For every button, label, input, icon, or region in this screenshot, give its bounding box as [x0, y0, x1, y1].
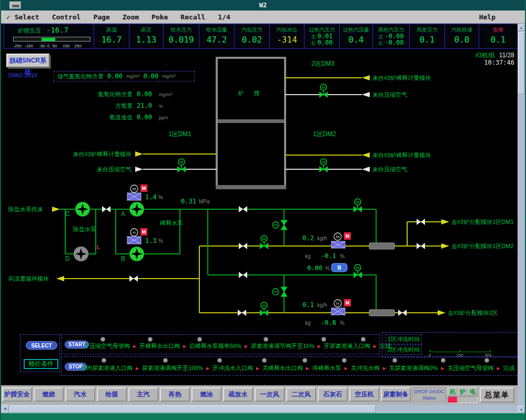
furnace-divider-band	[218, 119, 284, 123]
stop-step: 关闭尿素溶液入口阀	[80, 364, 142, 372]
actuator2-unit: %	[158, 238, 163, 244]
flue-nox-value-1: 0.00	[107, 73, 123, 80]
start-step: 尿素溶液调节阀开至15%	[251, 342, 324, 350]
nav-main-steam[interactable]: 主汽	[128, 387, 158, 402]
cell-label: 汽包压力	[241, 26, 262, 34]
flow1-deviation-unit: %	[340, 253, 345, 259]
menu-control[interactable]: Control	[52, 13, 81, 21]
date-label: 11/28	[499, 52, 514, 59]
step-status-dot	[392, 358, 397, 363]
menu-select[interactable]: ✓ Select	[6, 13, 39, 21]
gauge-track	[13, 37, 90, 42]
nav-fuel-oil[interactable]: 燃油	[191, 387, 221, 402]
horizontal-scrollbar-thumb[interactable]	[9, 405, 376, 413]
nav-drain[interactable]: 疏放水	[223, 387, 253, 402]
circulation-module-label: 药流量循环模块	[8, 275, 49, 282]
cell-label: 床温	[106, 26, 117, 34]
nav-air-compressor[interactable]: 空压机	[349, 387, 379, 402]
indicator-boiler[interactable]: 炉	[458, 387, 468, 396]
stop-step: 关冲洗水阀	[351, 364, 389, 372]
unit-indicator-tiles: 机 炉 电	[448, 387, 478, 404]
scroll-up-arrow-icon[interactable]: ▲	[518, 24, 525, 31]
actuator1-value: 1.4	[145, 193, 157, 201]
demin-pump-d[interactable]	[74, 247, 88, 261]
main-menu-button[interactable]: 总菜单	[480, 387, 514, 403]
static-mixer-zone1	[369, 243, 394, 249]
row-value: 0.00	[318, 40, 333, 46]
manual-valve[interactable]	[239, 206, 247, 212]
ammonia-slip-value: 0.00	[137, 114, 155, 121]
sequence-condition-button[interactable]: 顺控条件	[24, 359, 58, 369]
motor-valve-m: M	[322, 160, 326, 165]
cell-label: 床压	[141, 26, 151, 34]
from-air-label: 来自压缩空气	[372, 91, 407, 98]
nav-primary-air[interactable]: 一次风	[255, 387, 285, 402]
nav-furnace-safety[interactable]: 炉膛安全	[2, 387, 32, 402]
manual-valve[interactable]	[239, 272, 247, 278]
menu-zoom[interactable]: Zoom	[123, 13, 139, 21]
step-status-dot	[148, 337, 153, 342]
control-valve[interactable]	[281, 287, 287, 296]
m-alarm-letter: M	[142, 186, 146, 191]
pump-c-label: C	[65, 210, 70, 218]
menu-help[interactable]: Help	[479, 13, 495, 21]
nav-secondary-air[interactable]: 二次风	[286, 387, 316, 402]
nav-reheat[interactable]: 再热	[160, 387, 190, 402]
control-valve[interactable]	[281, 220, 287, 230]
dilution-pump-b[interactable]	[129, 247, 144, 261]
drop-status-button[interactable]: DROP 24VDC Status	[412, 387, 446, 402]
from-air-label: 来自压缩空气	[372, 166, 407, 172]
m-alarm-letter: M	[142, 229, 146, 234]
manual-valve[interactable]	[129, 275, 138, 282]
start-step: 开压缩空气母管阀	[84, 342, 139, 350]
ammonia-slip-unit: ppm	[159, 115, 168, 120]
menu-poke[interactable]: Poke	[151, 13, 168, 21]
stop-sequence-steps: 关闭尿素溶液入口阀 尿素溶液调阀开至100% 开冲洗水入口阀 关稀释水出口阀 停…	[80, 364, 519, 372]
step-status-dot	[484, 358, 489, 363]
motor-valve-m: M	[262, 303, 266, 308]
row-prefix: 左	[311, 34, 316, 40]
nav-limestone[interactable]: 石灰石	[318, 387, 348, 402]
menu-page[interactable]: Page	[93, 13, 109, 21]
select-button[interactable]: SELECT	[26, 341, 57, 350]
menu-recall[interactable]: Recall	[180, 13, 205, 21]
nox-value: 0.00	[137, 90, 155, 98]
scroll-down-arrow-icon[interactable]: ▼	[518, 406, 525, 413]
window-title: W2	[1, 2, 525, 9]
step-status-dot	[100, 337, 105, 342]
vertical-scrollbar[interactable]: ▲ ▼	[518, 24, 525, 413]
furnace-label: 炉 膛	[238, 90, 264, 96]
manual-valve[interactable]	[417, 219, 425, 225]
sncr-system-button[interactable]: 脱硝SNCR系统	[6, 54, 49, 67]
manual-valve[interactable]	[238, 310, 246, 316]
flue-nox-readout: 烟气氮氧化物含量 0.00 mg/m³ 0.00 mg/m³	[54, 71, 195, 81]
m-instrument-letter: M	[336, 234, 340, 239]
nav-steam-water[interactable]: 汽水	[65, 387, 95, 402]
flow1-total-unit: kg	[305, 253, 311, 259]
indicator-turbine[interactable]: 机	[448, 387, 458, 396]
manual-valve[interactable]	[417, 243, 425, 249]
cell-value: 0.019	[168, 35, 194, 45]
scroll-left-arrow-icon[interactable]: ◄	[1, 405, 9, 413]
nav-combustion[interactable]: 燃烧	[34, 387, 64, 402]
title-bar: W2	[1, 0, 525, 11]
m-instrument-letter: M	[133, 187, 136, 191]
flue-nox-unit-2: mg/m³	[162, 74, 176, 79]
actuator2-value: 1.3	[145, 237, 157, 244]
horizontal-scrollbar[interactable]: ◄	[1, 405, 520, 413]
h-instrument-letter: H	[133, 230, 136, 235]
nav-coal-feed[interactable]: 给煤	[97, 387, 127, 402]
vertical-scrollbar-thumb[interactable]	[518, 32, 524, 94]
indicator-electric[interactable]: 电	[468, 387, 478, 396]
demin-pump-c[interactable]	[75, 202, 90, 217]
stop-step: 尿素溶液调阀开至100%	[142, 364, 213, 372]
manual-valve[interactable]	[239, 243, 247, 249]
water-pipes-green	[60, 209, 376, 313]
manual-valve[interactable]	[102, 206, 110, 212]
dilution-pump-a[interactable]	[129, 202, 144, 217]
drop-status-line1: DROP 24VDC	[413, 388, 446, 395]
manual-valve[interactable]	[398, 310, 407, 316]
control-valve-actuator-icon	[272, 289, 279, 295]
nav-urea-prep[interactable]: 尿素制备	[381, 387, 411, 402]
flow1-value: 0.2	[302, 234, 314, 242]
